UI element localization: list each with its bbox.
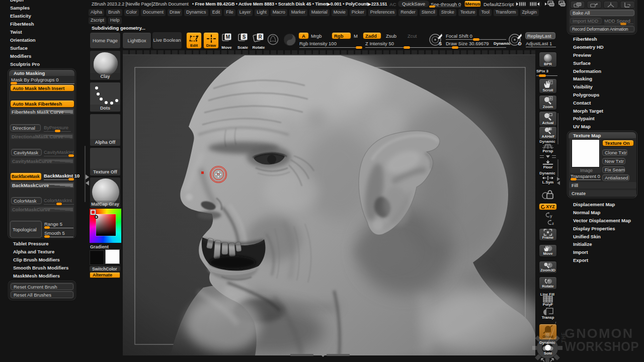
texture-image-thumbnail[interactable] <box>572 139 600 167</box>
fix-seam-button[interactable]: Fix Seam <box>602 166 625 173</box>
tool-subpalette-item[interactable]: Polygroups <box>573 91 604 99</box>
tool-subpalette-item[interactable]: Geometry HD <box>573 43 604 51</box>
move-3d-button[interactable]: Move <box>539 244 557 257</box>
replay-last-button[interactable]: ReplayLast <box>525 32 555 39</box>
right-tray-scrollbar[interactable] <box>557 113 558 144</box>
tool-map-item[interactable]: Displacement Map <box>573 201 631 209</box>
lock-icon[interactable] <box>541 189 554 200</box>
menu-item[interactable]: Draw <box>168 9 182 16</box>
menu-item[interactable]: Light <box>255 9 269 16</box>
mrgb-a-button[interactable]: A <box>298 32 309 39</box>
tool-subpalette-item[interactable]: Deformation <box>573 67 604 75</box>
scroll-button[interactable]: Scroll <box>539 78 557 94</box>
tool-map-item[interactable]: Unified Skin <box>573 232 631 240</box>
focal-shift-slider[interactable]: Focal Shift 0 <box>446 33 472 39</box>
mask-by-polygroups-slider[interactable]: Mask By Polygroups 0 <box>11 77 59 82</box>
adjust-last-slider[interactable]: AdjustLast 1 <box>526 41 552 46</box>
lsym-button[interactable]: L.Sym <box>539 175 556 189</box>
brush-modifier-item[interactable]: Alpha and Texture <box>13 247 68 255</box>
strip-corner-arrows-icon[interactable] <box>540 357 554 362</box>
edit-button[interactable]: Edit <box>186 32 202 49</box>
current-stroke-tile[interactable]: Dots <box>90 82 121 112</box>
polyf-button[interactable]: PolyF <box>541 296 555 307</box>
draw-button[interactable]: Draw <box>203 32 219 49</box>
lightbox-button[interactable]: LightBox <box>122 32 151 49</box>
window-stack-left-icon[interactable] <box>545 1 556 8</box>
zcut-label[interactable]: Zcut <box>408 33 417 39</box>
aahalf-button[interactable]: AAHalf <box>539 126 557 140</box>
quicksave-button[interactable]: QuickSave <box>398 1 429 7</box>
tool-map-item[interactable]: Normal Map <box>573 209 631 217</box>
mdd-icon-button-2[interactable] <box>587 1 602 9</box>
menu-item[interactable]: Texture <box>458 9 477 16</box>
rgb-intensity-slider[interactable]: Rgb Intensity 100 <box>299 41 337 46</box>
tool-map-item[interactable]: Export <box>573 256 631 264</box>
directional-button[interactable]: Directional <box>10 124 41 131</box>
brush-modifier-item[interactable]: Smooth Brush Modifiers <box>13 263 68 272</box>
switch-color-swatch-black[interactable] <box>90 250 104 265</box>
zsub-label[interactable]: Zsub <box>386 33 396 39</box>
alternate-button[interactable]: Alternate <box>90 272 120 278</box>
floor-widgets-icon[interactable] <box>540 155 556 159</box>
tool-subpalette-item[interactable]: Visibility <box>573 83 604 91</box>
mdd-icon-button-1[interactable] <box>570 1 585 9</box>
menu-item[interactable]: Marker <box>289 9 307 16</box>
solo-button[interactable]: Solo <box>540 344 555 356</box>
fibermesh-mask-curve[interactable]: FiberMesh Mask Curve <box>10 109 74 115</box>
cavity-mask-button[interactable]: CavityMask <box>11 149 42 156</box>
m-label[interactable]: M <box>354 33 358 39</box>
menu-item[interactable]: Document <box>141 9 166 16</box>
current-material-tile[interactable]: MatCap Gray <box>90 177 121 208</box>
transp-button[interactable]: Transp <box>540 308 555 321</box>
directional-mask-curve[interactable]: DirectionalMask Curve <box>10 133 73 139</box>
back-mask-int-slider[interactable]: BackMaskInt 10 <box>44 173 79 178</box>
default-zscript-label[interactable]: DefaultZScript <box>484 2 514 7</box>
rotate-3d-button[interactable]: Rotate <box>539 277 557 290</box>
live-boolean-button[interactable]: Live Boolean <box>152 32 182 49</box>
tool-map-item[interactable]: Display Properties <box>573 224 631 232</box>
brush-subpalette-item[interactable]: FiberMesh <box>10 20 40 28</box>
menu-item[interactable]: Stroke <box>439 9 456 16</box>
texture-map-header[interactable]: Texture Map <box>569 132 636 138</box>
brush-modifier-item[interactable]: Tablet Pressure <box>13 239 68 247</box>
fill-button[interactable]: Fill <box>569 182 636 189</box>
tool-subpalette-item[interactable]: Polypaint <box>573 115 604 123</box>
menu-item[interactable]: Edit <box>210 9 222 16</box>
zoom-button[interactable]: Zoom <box>539 95 557 110</box>
tool-subpalette-item[interactable]: Masking <box>573 75 604 83</box>
menu-item[interactable]: Movie <box>332 9 348 16</box>
current-texture-tile[interactable]: Texture Off <box>90 147 121 176</box>
tool-map-item[interactable]: Vector Displacement Map <box>573 217 631 225</box>
brush-subpalette-item[interactable]: Elasticity <box>10 12 40 20</box>
menu-item[interactable]: Transform <box>494 9 518 16</box>
menu-item[interactable]: Color <box>124 9 139 16</box>
rotate-button[interactable]: R Rotate <box>252 33 266 49</box>
left-divider-arrow-left-icon[interactable] <box>86 180 89 186</box>
bpr-button[interactable]: BPR <box>539 52 557 67</box>
current-brush-tile[interactable]: Clay <box>90 50 121 80</box>
menu-item[interactable]: Alpha <box>89 9 104 16</box>
menus-button[interactable]: Menus <box>464 1 481 7</box>
record-deformation-button[interactable]: Record Deformation Animation <box>570 26 634 32</box>
new-txtr-button[interactable]: New Txtr <box>602 158 625 164</box>
scale-button[interactable]: S Scale <box>236 33 250 49</box>
reset-current-brush-button[interactable]: Reset Current Brush <box>11 283 73 290</box>
bake-all-button[interactable]: Bake All <box>570 10 634 16</box>
menu-item[interactable]: Picker <box>350 9 366 16</box>
brush-subpalette-item[interactable]: Depth <box>10 0 40 4</box>
mdd-icon-button-4[interactable] <box>620 1 635 9</box>
right-divider-arrow-left-icon[interactable] <box>557 181 560 185</box>
menu-item[interactable]: File <box>224 9 235 16</box>
cavity-mask-curve[interactable]: CavityMaskCurve <box>11 158 74 164</box>
divider-bars-right-icon[interactable] <box>528 1 542 7</box>
right-divider-arrow-icon[interactable] <box>557 177 560 181</box>
ghost-button[interactable]: Ghost <box>539 324 557 340</box>
document-canvas[interactable] <box>123 50 535 355</box>
canvas-scroll-widget[interactable] <box>290 353 350 357</box>
color-mask-curve[interactable]: ColorMaskCurve <box>11 206 74 212</box>
frame-button[interactable]: Frame <box>539 228 557 241</box>
create-button[interactable]: Create <box>569 190 636 197</box>
brush-settings-s-icon[interactable]: S <box>429 32 443 48</box>
rgb-button[interactable]: Rgb <box>332 32 351 39</box>
scroll-left-bar[interactable] <box>290 354 313 356</box>
